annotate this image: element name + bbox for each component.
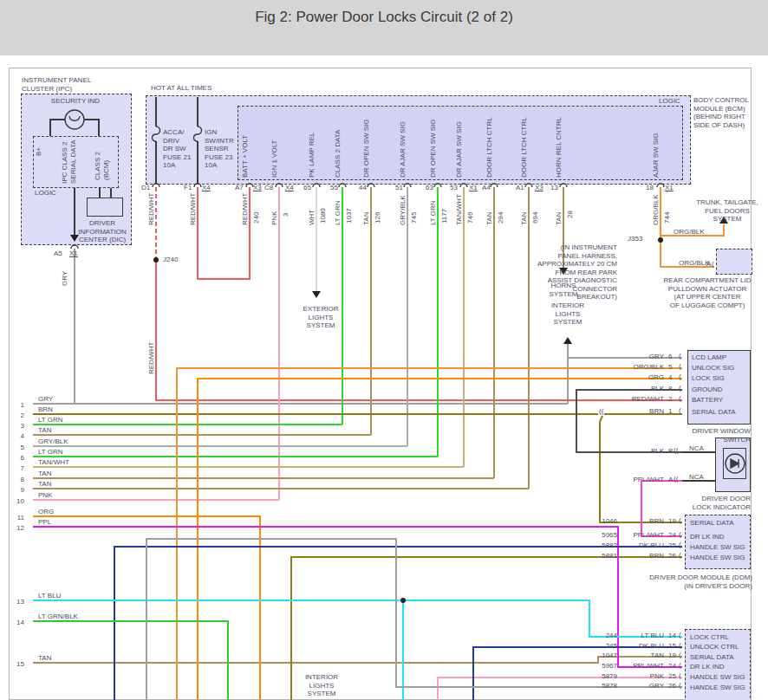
pin-bump xyxy=(153,184,159,187)
wl-ltgrn-63: LT GRN xyxy=(429,200,438,225)
lamp-lead-left xyxy=(50,120,65,136)
pin-55: 55 xyxy=(330,184,338,192)
fuse23-label: IGN SW/INTR SENSR FUSE 23 10A xyxy=(205,128,234,170)
cn-744: 744 xyxy=(663,212,672,224)
led-triangle-icon xyxy=(731,459,739,468)
dl-bump-26: ( xyxy=(679,681,681,690)
wl-tan-a4: TAN xyxy=(485,212,494,225)
interior-lights-label-2: INTERIOR LIGHTS SYSTEM xyxy=(296,673,348,698)
dws-pin-5: 5 xyxy=(668,363,672,372)
row-num-15: 15 xyxy=(10,660,24,669)
security-lamp-icon xyxy=(65,110,84,129)
row-lbl-7: TAN/WHT xyxy=(38,458,69,467)
dws-pin-8: 8 xyxy=(668,385,672,393)
row-lbl-6: LT GRN xyxy=(38,448,63,457)
junction-dot xyxy=(153,257,159,262)
conn-x1-ipc: X1 xyxy=(69,250,78,258)
cn-3: 3 xyxy=(282,213,290,217)
ind-nca-b: NCA xyxy=(689,444,704,453)
dl-sig-handle2: HANDLE SW SIG xyxy=(690,684,745,692)
wl-redwht-d1: RED/WHT xyxy=(147,193,156,225)
dic-label: DRIVER INFORMATION CENTER (DIC) xyxy=(75,219,129,244)
row-lbl-13: LT BLU xyxy=(38,592,61,600)
ddm-pin-24: 24 xyxy=(668,531,676,540)
dl-pin-19: 19 xyxy=(668,651,676,660)
bcm-logic-label: LOGIC xyxy=(659,97,680,106)
interior-lights-label-1: INTERIOR LIGHTS SYSTEM xyxy=(539,301,596,327)
ind-label: DRIVER DOOR LOCK INDICATOR xyxy=(655,495,751,511)
orgblk-rear-label: ORG/BLK xyxy=(679,259,710,268)
dws-sig-lcd: LCD LAMP xyxy=(692,353,726,362)
pin-a4: A4 xyxy=(482,184,491,192)
row-num-14: 14 xyxy=(10,619,24,627)
sig-door-ltch-2: DOOR LTCH CTRL xyxy=(520,117,529,178)
wl-gryblk: GRY/BLK xyxy=(399,195,407,225)
pin-13: 13 xyxy=(550,184,558,192)
row-lbl-8: TAN xyxy=(38,470,51,478)
pin-a-rear: A xyxy=(706,260,711,269)
pin-bump xyxy=(246,184,253,187)
class2-bcm-label: CLASS 2 (BCM) xyxy=(94,152,110,180)
row-lbl-9: TAN xyxy=(38,480,51,489)
dws-bump-5: ( xyxy=(679,362,681,371)
pin-a7: A7 xyxy=(235,184,244,192)
dl-cn-245: 245 xyxy=(584,642,617,651)
dws-bump-6: ( xyxy=(679,352,681,360)
bplus-label: B+ xyxy=(35,147,43,156)
row-lbl-3: LT GRN xyxy=(38,416,63,425)
bcm-label: BODY CONTROL MODULE (BCM) (BEHIND RIGHT … xyxy=(693,96,749,129)
row14-ltgrnblk xyxy=(33,621,228,700)
wl-tan-44: TAN xyxy=(362,212,371,225)
pin-63: 63 xyxy=(426,184,433,192)
security-ind-label: SECURITY IND xyxy=(43,97,107,106)
dws-bump-2: ( xyxy=(679,394,681,403)
wl-redwht-mid: RED/WHT xyxy=(147,342,156,374)
wl-wht: WHT xyxy=(308,210,316,225)
sig-dr-ajar-1: DR AJAR SW SIG xyxy=(399,121,407,178)
rear-bump: ( xyxy=(712,260,714,269)
dws-pin-6: 6 xyxy=(668,353,672,361)
ddm-sig-handle1: HANDLE SW SIG xyxy=(690,543,745,552)
conn-x3-1: X3 xyxy=(253,184,262,192)
pin-53: 53 xyxy=(450,184,458,192)
junction-dot xyxy=(400,598,406,603)
dl-sig-handle1: HANDLE SW SIG xyxy=(690,673,745,682)
dl-col-tan: TAN xyxy=(619,651,664,660)
dl-cn-5878: 5878 xyxy=(584,682,617,690)
ipc-class2-serial-label: IPC CLASS 2 SERIAL DATA xyxy=(61,139,77,184)
pin-bump xyxy=(434,184,441,187)
wl-pnk: PNK xyxy=(270,211,279,225)
conn-x1-1: X1 xyxy=(469,184,478,192)
wl-orgblk-18: ORG/BLK xyxy=(652,194,661,225)
dl-sig-serial: SERIAL DATA xyxy=(690,653,734,662)
ddm-bump-19: ( xyxy=(679,516,681,525)
dl-bump-19: ( xyxy=(679,651,681,659)
sig-batt-volt: BATT + VOLT xyxy=(241,135,250,178)
dl-col-pplwht: PPL/WHT xyxy=(619,662,664,671)
sig-horn-rel: HORN REL CNTRL xyxy=(555,117,563,178)
wl-tanwht: TAN/WHT xyxy=(455,194,464,225)
row-num-2: 2 xyxy=(10,412,24,420)
wl-tan-13: TAN xyxy=(555,212,563,225)
junction-dot xyxy=(658,237,663,243)
row-num-5: 5 xyxy=(10,444,24,452)
ddm-cn-5881: 5881 xyxy=(584,552,617,561)
pin-bump xyxy=(368,184,374,187)
ddm-bump-24: ( xyxy=(679,530,681,539)
cn-28: 28 xyxy=(566,211,575,218)
ind-splice-b: (( xyxy=(674,446,678,455)
pin-bump xyxy=(657,184,664,187)
ind-pin-a: A xyxy=(668,476,673,484)
dl-bump-14: ( xyxy=(679,631,681,639)
pin-f1: F1 xyxy=(184,184,192,192)
pin-51: 51 xyxy=(395,184,403,192)
pin-bump xyxy=(560,184,567,187)
dl-col-dkblu: DK BLU xyxy=(619,642,664,651)
row-num-9: 9 xyxy=(10,486,24,495)
dl-pin-14: 14 xyxy=(668,632,676,640)
j240-label: J240 xyxy=(163,256,178,264)
wl-redwht-a7: RED/WHT xyxy=(241,193,250,225)
horns-system-label: HORNS SYSTEM xyxy=(537,282,589,298)
row-lbl-11: ORG xyxy=(38,508,54,516)
pin-18: 18 xyxy=(646,184,654,192)
